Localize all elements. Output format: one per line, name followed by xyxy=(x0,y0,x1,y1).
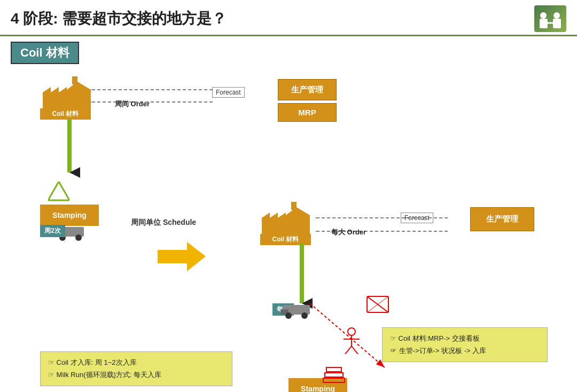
production-box-right: 生产管理 xyxy=(470,207,534,231)
svg-rect-44 xyxy=(325,373,343,377)
svg-rect-2 xyxy=(553,19,561,28)
svg-marker-20 xyxy=(262,213,286,237)
daily-order-label: 每大 Order xyxy=(331,228,366,237)
left-green-arrow xyxy=(59,119,80,183)
svg-line-42 xyxy=(352,346,358,354)
forecast-arrow-top xyxy=(91,83,214,110)
left-push-triangle xyxy=(48,182,69,203)
handshake-icon xyxy=(534,5,566,32)
mrp-box: MRP xyxy=(278,103,337,122)
production-box-top: 生产管理 xyxy=(278,79,337,100)
week2-label: 周2次 xyxy=(40,225,65,237)
big-yellow-arrow xyxy=(158,242,206,271)
svg-line-41 xyxy=(345,346,352,354)
coil-badge: Coil 材料 xyxy=(11,42,79,64)
forecast-label-top: Forecast xyxy=(212,87,245,98)
note-box-right: ☞ Coil 材料:MRP-> 交接看板 ☞ 生管->订单-> 状况板 -> 入… xyxy=(382,327,548,362)
forecast-arrow-right xyxy=(315,210,449,242)
header: 4 阶段: 需要超市交接的地方是？ xyxy=(0,0,577,36)
svg-point-31 xyxy=(285,312,292,319)
kanban-symbol xyxy=(366,295,390,314)
svg-point-1 xyxy=(540,12,547,19)
svg-marker-5 xyxy=(43,87,67,111)
left-stamping-box: Stamping xyxy=(40,205,99,226)
schedule-label: 周间单位 Schedule xyxy=(131,218,196,228)
svg-marker-22 xyxy=(286,207,310,215)
svg-rect-23 xyxy=(291,202,297,210)
svg-point-3 xyxy=(553,12,560,19)
weekly-order-label: 周间 Order xyxy=(115,99,150,109)
note-box-left: ☞ Coil 才入库: 周 1~2次入库 ☞ Milk Run(循环混载)方式:… xyxy=(40,351,232,386)
svg-point-18 xyxy=(75,234,82,241)
svg-rect-8 xyxy=(72,76,77,84)
stack-symbol xyxy=(321,362,347,389)
svg-point-38 xyxy=(348,328,355,335)
svg-marker-19 xyxy=(158,242,206,271)
svg-marker-14 xyxy=(48,182,69,200)
svg-point-32 xyxy=(301,312,308,319)
svg-rect-6 xyxy=(67,90,91,111)
right-factory xyxy=(262,202,310,237)
svg-rect-0 xyxy=(540,19,548,28)
svg-rect-43 xyxy=(323,378,345,382)
page-title: 4 阶段: 需要超市交接的地方是？ xyxy=(11,9,227,29)
svg-marker-7 xyxy=(67,82,91,90)
svg-rect-45 xyxy=(326,367,341,372)
main-content: Coil 材料 Coil 材料 生产管理 MRP Forecast xyxy=(0,36,577,392)
left-factory-label: Coil 材料 xyxy=(40,108,91,120)
operator-icon xyxy=(341,327,362,354)
left-factory xyxy=(43,76,91,111)
svg-rect-21 xyxy=(286,215,310,237)
